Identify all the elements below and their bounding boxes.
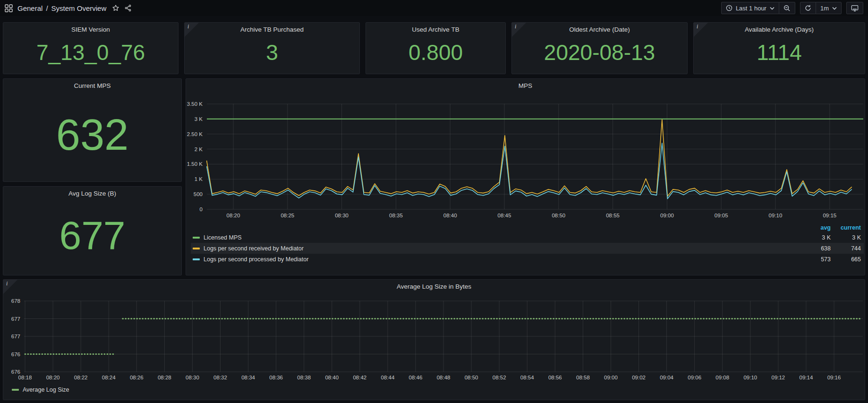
svg-text:08:42: 08:42 xyxy=(353,375,366,380)
series-swatch[interactable] xyxy=(193,258,200,260)
panel-current-mps: Current MPS 632 xyxy=(3,78,182,182)
panel-available-archive: i Available Archive (Days) 1114 xyxy=(693,22,865,74)
svg-text:677: 677 xyxy=(11,316,20,322)
svg-text:08:34: 08:34 xyxy=(241,375,255,380)
svg-text:08:18: 08:18 xyxy=(18,375,32,380)
panel-title[interactable]: Available Archive (Days) xyxy=(694,23,865,33)
svg-text:08:22: 08:22 xyxy=(74,375,88,380)
svg-text:08:36: 08:36 xyxy=(269,375,283,380)
svg-text:3.50 K: 3.50 K xyxy=(187,101,203,107)
svg-text:08:30: 08:30 xyxy=(186,375,199,380)
svg-text:08:40: 08:40 xyxy=(443,213,457,218)
svg-text:08:30: 08:30 xyxy=(335,213,349,218)
refresh-interval-picker[interactable]: 1m xyxy=(816,2,842,14)
panel-used-archive-tb: Used Archive TB 0.800 xyxy=(366,22,506,74)
navbar: General / System Overview Last 1 hour xyxy=(0,0,868,16)
svg-text:1.50 K: 1.50 K xyxy=(187,161,203,167)
time-range-picker[interactable]: Last 1 hour xyxy=(721,2,779,14)
panel-title[interactable]: Archive TB Purchased xyxy=(185,23,359,33)
series-label[interactable]: Licensed MPS xyxy=(204,234,242,241)
time-range-label: Last 1 hour xyxy=(736,5,766,12)
svg-text:09:10: 09:10 xyxy=(743,375,757,380)
series-swatch[interactable] xyxy=(193,237,200,239)
star-icon[interactable] xyxy=(112,4,119,12)
svg-text:09:00: 09:00 xyxy=(660,213,674,218)
stat-value: 677 xyxy=(59,215,125,255)
svg-text:09:06: 09:06 xyxy=(688,375,701,380)
refresh-interval-label: 1m xyxy=(820,5,829,12)
svg-text:09:02: 09:02 xyxy=(632,375,646,380)
info-icon: i xyxy=(187,23,189,30)
share-icon[interactable] xyxy=(124,4,132,12)
svg-text:676: 676 xyxy=(11,369,20,375)
svg-text:08:40: 08:40 xyxy=(325,375,339,380)
legend-column-current[interactable]: current xyxy=(831,224,861,231)
svg-text:08:38: 08:38 xyxy=(297,375,311,380)
svg-text:08:56: 08:56 xyxy=(548,375,562,380)
svg-text:500: 500 xyxy=(194,191,203,197)
svg-text:09:12: 09:12 xyxy=(771,375,785,380)
zoom-out-button[interactable] xyxy=(779,2,795,14)
panel-title[interactable]: Current MPS xyxy=(3,79,181,89)
svg-text:08:48: 08:48 xyxy=(437,375,451,380)
svg-text:08:20: 08:20 xyxy=(227,213,240,218)
breadcrumb-dashboard-title[interactable]: System Overview xyxy=(51,4,107,12)
svg-text:09:05: 09:05 xyxy=(715,213,728,218)
panel-siem-version: SIEM Version 7_13_0_76 xyxy=(3,22,179,74)
panel-title[interactable]: Oldest Archive (Date) xyxy=(512,23,687,33)
monitor-icon xyxy=(851,5,859,12)
svg-text:2 K: 2 K xyxy=(195,146,203,152)
stat-value: 2020-08-13 xyxy=(544,42,655,63)
svg-text:09:14: 09:14 xyxy=(800,375,813,380)
svg-text:08:28: 08:28 xyxy=(158,375,171,380)
svg-text:677: 677 xyxy=(11,334,20,339)
legend-column-avg[interactable]: avg xyxy=(798,224,831,231)
svg-text:08:46: 08:46 xyxy=(409,375,423,380)
legend-row-processed: Logs per second processed by Mediator 57… xyxy=(191,254,864,265)
svg-text:09:16: 09:16 xyxy=(827,375,841,380)
svg-text:2.50 K: 2.50 K xyxy=(187,131,203,137)
svg-text:1 K: 1 K xyxy=(195,176,203,182)
mps-legend: avg current Licensed MPS 3 K 3 K Logs pe… xyxy=(191,223,864,265)
stat-value: 0.800 xyxy=(408,42,463,63)
legend-row-received: Logs per second received by Mediator 638… xyxy=(191,243,864,254)
series-label[interactable]: Logs per second processed by Mediator xyxy=(204,256,308,263)
series-avg-value: 638 xyxy=(798,245,831,252)
info-icon: i xyxy=(697,23,698,30)
refresh-group: 1m xyxy=(800,2,842,14)
panel-title[interactable]: Used Archive TB xyxy=(366,23,505,33)
legend-header: avg current xyxy=(191,223,864,232)
series-label[interactable]: Average Log Size xyxy=(23,386,69,393)
panel-title[interactable]: SIEM Version xyxy=(3,23,178,33)
svg-text:08:20: 08:20 xyxy=(46,375,60,380)
svg-text:09:00: 09:00 xyxy=(604,375,618,380)
svg-text:09:04: 09:04 xyxy=(660,375,673,380)
svg-text:08:45: 08:45 xyxy=(498,213,511,218)
dashboards-grid-icon[interactable] xyxy=(5,4,13,12)
svg-text:08:25: 08:25 xyxy=(281,213,294,218)
svg-text:08:24: 08:24 xyxy=(102,375,116,380)
breadcrumb-separator: / xyxy=(46,4,48,12)
series-label[interactable]: Logs per second received by Mediator xyxy=(204,245,304,252)
svg-text:08:44: 08:44 xyxy=(381,375,395,380)
svg-text:676: 676 xyxy=(11,352,20,357)
series-current-value: 744 xyxy=(831,245,861,252)
panel-archive-tb-purchased: i Archive TB Purchased 3 xyxy=(184,22,360,74)
avg-log-size-plot[interactable]: 67867767767667608:1808:2008:2208:2408:26… xyxy=(3,280,865,400)
kiosk-mode-button[interactable] xyxy=(846,2,863,14)
stat-value: 7_13_0_76 xyxy=(36,42,145,63)
stat-value: 632 xyxy=(56,113,129,156)
breadcrumb-folder[interactable]: General xyxy=(17,4,43,12)
chevron-down-icon xyxy=(832,7,837,10)
info-icon: i xyxy=(515,23,516,30)
zoom-out-icon xyxy=(783,5,791,12)
svg-text:08:50: 08:50 xyxy=(465,375,478,380)
panel-mps-chart: MPS 3.50 K3 K2.50 K2 K1.50 K1 K500008:20… xyxy=(186,78,865,275)
refresh-button[interactable] xyxy=(800,2,816,14)
panel-title[interactable]: Avg Log Size (B) xyxy=(3,187,181,197)
series-swatch[interactable] xyxy=(12,389,19,391)
series-current-value: 3 K xyxy=(831,234,861,241)
series-avg-value: 573 xyxy=(798,256,831,263)
svg-text:0: 0 xyxy=(200,206,203,212)
series-swatch[interactable] xyxy=(193,248,200,249)
